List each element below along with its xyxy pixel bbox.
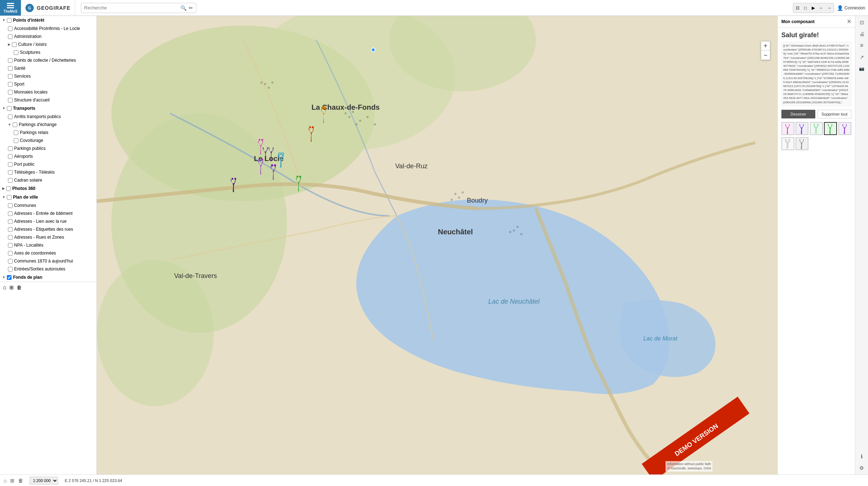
layers-button[interactable]: ≡: [857, 40, 867, 51]
forward-button[interactable]: →: [826, 5, 833, 10]
sidebar-item-photos360[interactable]: ▶ Photos 360: [0, 184, 96, 193]
sidebar-item-aeroports[interactable]: Aéroports: [0, 152, 96, 160]
zoom-out-button[interactable]: −: [761, 51, 770, 60]
sidebar-grid-button[interactable]: ⊞: [9, 285, 14, 290]
sidebar-item-fonds-plan[interactable]: ▼ Fonds de plan: [0, 273, 96, 282]
bottom-grid-button[interactable]: ⊞: [9, 477, 15, 484]
settings-button[interactable]: ⚙: [857, 463, 867, 473]
search-input[interactable]: [84, 5, 178, 10]
sante-checkbox[interactable]: [8, 66, 13, 71]
bottom-home-button[interactable]: ⌂: [3, 477, 7, 484]
sidebar-delete-button[interactable]: 🗑: [17, 285, 22, 290]
swatch-green[interactable]: [824, 122, 837, 135]
culture-checkbox[interactable]: [12, 42, 17, 47]
teleskis-checkbox[interactable]: [8, 170, 13, 175]
covoiturage-checkbox[interactable]: [14, 138, 18, 143]
sidebar-item-plan-ville[interactable]: ▼ Plan de ville: [0, 193, 96, 201]
points-collecte-checkbox[interactable]: [8, 58, 13, 63]
sidebar-item-sport[interactable]: Sport: [0, 80, 96, 88]
sidebar-item-points-collecte[interactable]: Points de collecte / Déchetteries: [0, 56, 96, 64]
port-checkbox[interactable]: [8, 162, 13, 167]
share-button[interactable]: ↗: [857, 52, 867, 62]
sidebar-item-adresses-rues[interactable]: Adresses - Rues et Zones: [0, 233, 96, 241]
zoom-in-button[interactable]: +: [761, 41, 770, 51]
giraffe-red[interactable]: [306, 126, 317, 143]
sidebar-item-sante[interactable]: Santé: [0, 64, 96, 72]
sidebar-item-npa[interactable]: NPA - Localités: [0, 241, 96, 249]
giraffe-dark-purple[interactable]: [229, 178, 239, 193]
swatch-dark-purple[interactable]: [838, 122, 851, 135]
fonds-plan-checkbox[interactable]: [7, 275, 12, 280]
axes-checkbox[interactable]: [8, 251, 13, 256]
photos360-checkbox[interactable]: [6, 186, 11, 191]
sidebar-item-accessibilite[interactable]: Accessibilité ProInfirmis - Le Locle: [0, 25, 96, 32]
parkings-relais-checkbox[interactable]: [14, 130, 18, 135]
sidebar-item-transports[interactable]: ▼ Transports: [0, 104, 96, 113]
adresses-entree-checkbox[interactable]: [8, 211, 13, 216]
giraffe-orange[interactable]: [318, 106, 330, 125]
sidebar-item-administration[interactable]: Administration: [0, 32, 96, 40]
sidebar-item-communes[interactable]: Communes: [0, 201, 96, 209]
swatch-purple[interactable]: [795, 122, 808, 135]
login-button[interactable]: 👤 Connexion: [837, 5, 865, 11]
entrees-sorties-checkbox[interactable]: [8, 267, 13, 272]
video-button[interactable]: ▶: [810, 5, 817, 10]
accessibilite-checkbox[interactable]: [8, 26, 13, 31]
sidebar-item-entrees-sorties[interactable]: Entrées/Sorties autoroutes: [0, 265, 96, 273]
fullscreen-button[interactable]: □: [802, 5, 809, 10]
parkings-echange-checkbox[interactable]: [13, 122, 17, 127]
print-button[interactable]: 🖨: [857, 29, 867, 39]
plan-ville-checkbox[interactable]: [7, 195, 12, 200]
points-interet-checkbox[interactable]: [7, 18, 12, 23]
sidebar-item-monnaies[interactable]: Monnaies locales: [0, 88, 96, 96]
sidebar-item-adresses-lien[interactable]: Adresses - Lien avec la rue: [0, 217, 96, 225]
bottom-delete-button[interactable]: 🗑: [17, 477, 24, 484]
sidebar-item-port[interactable]: Port public: [0, 160, 96, 168]
sidebar-item-structure[interactable]: Structure d'accueil: [0, 96, 96, 104]
camera-button[interactable]: 📷: [857, 64, 867, 74]
expand-button[interactable]: ⊡: [794, 5, 801, 10]
sidebar-item-parkings-echange[interactable]: ▼ Parkings d'échange: [0, 121, 96, 129]
services-checkbox[interactable]: [8, 74, 13, 79]
sport-checkbox[interactable]: [8, 82, 13, 87]
draw-button[interactable]: Dessiner: [781, 110, 815, 118]
structure-checkbox[interactable]: [8, 98, 13, 103]
administration-checkbox[interactable]: [8, 34, 13, 39]
giraffe-violet[interactable]: [256, 159, 266, 175]
swatch-grey[interactable]: [795, 137, 808, 150]
cadran-checkbox[interactable]: [8, 178, 13, 183]
expand-map-button[interactable]: ⊡: [857, 17, 867, 27]
swatch-teal[interactable]: [810, 122, 823, 135]
sidebar-item-teleskis[interactable]: Télésièges - Téléskis: [0, 168, 96, 176]
sidebar-item-parkings-relais[interactable]: Parkings relais: [0, 129, 96, 136]
sidebar-item-culture[interactable]: ▶ Culture / loisirs: [0, 40, 96, 48]
adresses-etiquettes-checkbox[interactable]: [8, 227, 13, 232]
sidebar-item-services[interactable]: Services: [0, 72, 96, 80]
sidebar-item-cadran[interactable]: Cadran solaire: [0, 176, 96, 184]
arrets-checkbox[interactable]: [8, 114, 13, 119]
sidebar-item-adresses-entree[interactable]: Adresses - Entrée de bâtiment: [0, 209, 96, 217]
communes-1870-checkbox[interactable]: [8, 259, 13, 264]
parkings-publics-checkbox[interactable]: [8, 146, 13, 151]
info-button[interactable]: ℹ: [857, 451, 867, 461]
npa-checkbox[interactable]: [8, 243, 13, 248]
swatch-white[interactable]: [781, 137, 794, 150]
swatch-pink[interactable]: [781, 122, 794, 135]
monnaies-checkbox[interactable]: [8, 90, 13, 95]
sidebar-item-points-interet[interactable]: ▼ Points d'intérêt: [0, 16, 96, 25]
panel-close-button[interactable]: ✕: [847, 19, 851, 25]
themes-button[interactable]: TheMeS: [0, 0, 21, 16]
sidebar-item-sculptures[interactable]: Sculptures: [0, 48, 96, 56]
sidebar-item-arrets[interactable]: Arrêts transports publics: [0, 113, 96, 121]
aeroports-checkbox[interactable]: [8, 154, 13, 159]
search-button[interactable]: 🔍: [180, 5, 187, 11]
map-container[interactable]: La Chaux-de-Fonds Le Locle Val-de-Ruz Ne…: [97, 16, 777, 474]
giraffe-medium-purple[interactable]: [268, 164, 279, 181]
pencil-tool-button[interactable]: ✏: [189, 5, 193, 11]
sidebar-item-covoiturage[interactable]: Covoiturage: [0, 136, 96, 144]
transports-checkbox[interactable]: [7, 106, 12, 111]
sculptures-checkbox[interactable]: [14, 50, 18, 55]
back-button[interactable]: ←: [818, 5, 825, 10]
sidebar-item-axes[interactable]: Axes de coordonnées: [0, 249, 96, 257]
sidebar-item-parkings-publics[interactable]: Parkings publics: [0, 144, 96, 152]
